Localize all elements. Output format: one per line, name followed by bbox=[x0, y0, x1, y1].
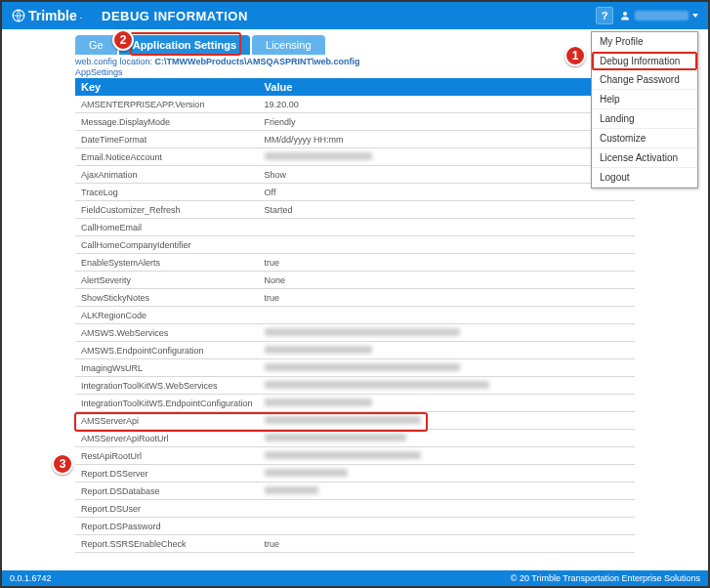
cell-value bbox=[259, 447, 635, 465]
table-row: CallHomeCompanyIdentifier bbox=[75, 236, 635, 254]
user-name bbox=[635, 11, 689, 21]
cell-value bbox=[259, 483, 635, 500]
col-key[interactable]: Key bbox=[75, 78, 259, 96]
user-icon bbox=[619, 10, 631, 21]
cell-value bbox=[259, 430, 635, 447]
cell-value bbox=[259, 518, 635, 535]
blurred-value bbox=[265, 328, 460, 336]
cell-value bbox=[259, 377, 635, 395]
cell-value bbox=[259, 236, 635, 254]
table-row: Report.DSUser bbox=[75, 500, 635, 518]
tab-bar: Ge Application Settings Licensing bbox=[75, 35, 635, 55]
cell-key: Report.DSDatabase bbox=[75, 483, 259, 500]
table-row: Message.DisplayModeFriendly bbox=[75, 113, 635, 131]
cell-key: EnableSystemAlerts bbox=[75, 254, 259, 272]
cell-value: Friendly bbox=[259, 113, 635, 131]
table-row: RestApiRootUrl bbox=[75, 447, 635, 465]
page-title: DEBUG INFORMATION bbox=[102, 9, 248, 23]
cell-key: AlertSeverity bbox=[75, 272, 259, 289]
blurred-value bbox=[265, 469, 348, 477]
table-row: Email.NoticeAccount bbox=[75, 148, 635, 166]
table-row: Report.DSDatabase bbox=[75, 483, 635, 500]
table-row: ALKRegionCode bbox=[75, 307, 635, 324]
menu-item-customize[interactable]: Customize bbox=[592, 129, 697, 148]
user-dropdown-trigger[interactable] bbox=[619, 10, 698, 21]
cell-value bbox=[259, 324, 635, 342]
cell-value: true bbox=[259, 535, 635, 553]
cell-key: AMSWS.WebServices bbox=[75, 324, 259, 342]
cell-key: AMSENTERPRISEAPP.Version bbox=[75, 96, 259, 113]
table-row: IntegrationToolKitWS.EndpointConfigurati… bbox=[75, 395, 635, 412]
cell-value bbox=[259, 500, 635, 518]
cell-key: RestApiRootUrl bbox=[75, 447, 259, 465]
cell-value bbox=[259, 412, 635, 430]
cell-key: Report.SSRSEnableCheck bbox=[75, 535, 259, 553]
cell-value bbox=[259, 219, 635, 236]
cell-key: TraceLog bbox=[75, 184, 259, 201]
cell-value: None bbox=[259, 272, 635, 289]
cell-key: ShowStickyNotes bbox=[75, 289, 259, 307]
table-row: ImagingWsURL bbox=[75, 359, 635, 377]
menu-item-license-activation[interactable]: License Activation bbox=[592, 148, 697, 168]
cell-key: Report.DSUser bbox=[75, 500, 259, 518]
menu-item-logout[interactable]: Logout bbox=[592, 168, 697, 188]
table-row: Report.SSRSEnableChecktrue bbox=[75, 535, 635, 553]
menu-item-debug-information[interactable]: Debug Information bbox=[592, 52, 697, 70]
table-row: DateTimeFormatMM/dd/yyyy HH:mm bbox=[75, 131, 635, 148]
tab-general[interactable]: Ge bbox=[75, 35, 117, 55]
blurred-value bbox=[265, 152, 372, 160]
callout-1: 1 bbox=[564, 45, 586, 66]
cell-value bbox=[259, 148, 635, 166]
blurred-value bbox=[265, 381, 489, 389]
blurred-value bbox=[265, 346, 372, 354]
cell-key: DateTimeFormat bbox=[75, 131, 259, 148]
cell-value: true bbox=[259, 254, 635, 272]
footer-bar: 0.0.1.6742 © 20 Trimble Transportation E… bbox=[2, 570, 708, 586]
table-row: ShowStickyNotestrue bbox=[75, 289, 635, 307]
table-row: AMSWS.WebServices bbox=[75, 324, 635, 342]
config-path-value: C:\TMWWebProducts\AMSQASPRINT\web.config bbox=[155, 57, 360, 66]
cell-value bbox=[259, 307, 635, 324]
brand-logo: Trimble. bbox=[12, 8, 82, 23]
cell-value bbox=[259, 465, 635, 483]
chevron-down-icon bbox=[692, 14, 698, 18]
col-value[interactable]: Value bbox=[259, 78, 635, 96]
table-row: Report.DSPassword bbox=[75, 518, 635, 535]
cell-key: Report.DSPassword bbox=[75, 518, 259, 535]
blurred-value bbox=[265, 399, 372, 406]
section-label: AppSettings bbox=[75, 67, 635, 77]
footer-version: 0.0.1.6742 bbox=[10, 573, 52, 583]
help-button[interactable]: ? bbox=[596, 7, 613, 24]
cell-key: AMSServerApiRootUrl bbox=[75, 430, 259, 447]
blurred-value bbox=[265, 451, 421, 459]
cell-value: Started bbox=[259, 201, 635, 219]
footer-copyright: © 20 Trimble Transportation Enterprise S… bbox=[511, 573, 700, 583]
cell-key: AMSWS.EndpointConfiguration bbox=[75, 342, 259, 359]
blurred-value bbox=[265, 416, 421, 424]
cell-key: ALKRegionCode bbox=[75, 307, 259, 324]
cell-value: Show bbox=[259, 166, 635, 184]
table-row: IntegrationToolKitWS.WebServices bbox=[75, 377, 635, 395]
header-bar: Trimble. DEBUG INFORMATION ? bbox=[2, 2, 708, 29]
cell-value: Off bbox=[259, 184, 635, 201]
tab-application-settings[interactable]: Application Settings bbox=[119, 35, 250, 55]
cell-key: Report.DSServer bbox=[75, 465, 259, 483]
callout-2: 2 bbox=[112, 29, 134, 51]
cell-key: Email.NoticeAccount bbox=[75, 148, 259, 166]
menu-item-my-profile[interactable]: My Profile bbox=[592, 32, 697, 52]
tab-licensing[interactable]: Licensing bbox=[252, 35, 324, 55]
table-row: AMSENTERPRISEAPP.Version19.20.00 bbox=[75, 96, 635, 113]
menu-item-help[interactable]: Help bbox=[592, 90, 697, 109]
menu-item-landing[interactable]: Landing bbox=[592, 109, 697, 129]
globe-icon bbox=[12, 9, 25, 22]
cell-value bbox=[259, 359, 635, 377]
cell-key: AjaxAnimation bbox=[75, 166, 259, 184]
cell-key: ImagingWsURL bbox=[75, 359, 259, 377]
cell-key: IntegrationToolKitWS.WebServices bbox=[75, 377, 259, 395]
user-dropdown-menu: My Profile Debug Information Change Pass… bbox=[591, 31, 698, 189]
table-row: Report.DSServer bbox=[75, 465, 635, 483]
table-row: TraceLogOff bbox=[75, 184, 635, 201]
table-row: AMSServerApi bbox=[75, 412, 635, 430]
menu-item-change-password[interactable]: Change Password bbox=[592, 70, 697, 90]
cell-key: IntegrationToolKitWS.EndpointConfigurati… bbox=[75, 395, 259, 412]
